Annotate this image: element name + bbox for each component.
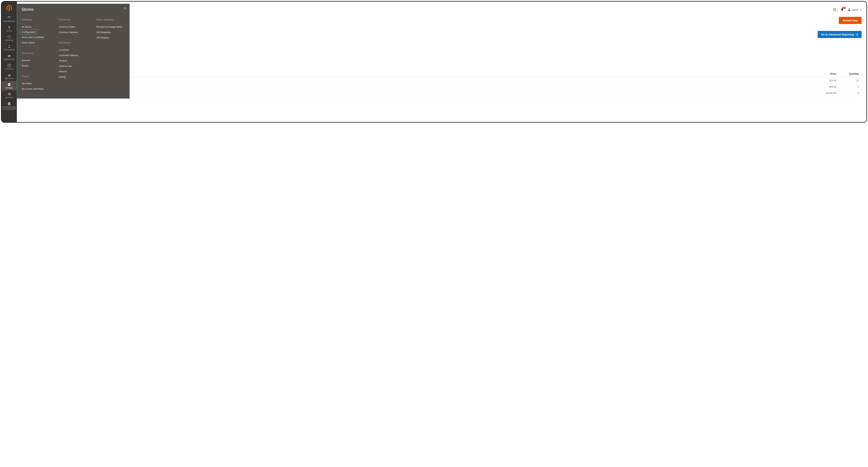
flyout-link-sources[interactable]: Sources [22, 58, 50, 63]
dashboard-icon [7, 16, 11, 20]
nav-label: CONTENT [2, 68, 17, 70]
svg-point-10 [848, 8, 850, 10]
svg-point-8 [833, 8, 836, 10]
nav-label: CUSTOMERS [2, 49, 17, 51]
flyout-link-customer[interactable]: Customer [59, 47, 88, 53]
main-content: 39 admin ▼ Reload Data reports tailored … [17, 2, 866, 122]
svg-rect-6 [9, 74, 9, 77]
table-header-name [22, 70, 811, 78]
nav-dashboard[interactable]: DASHBOARD [2, 14, 17, 24]
user-icon [847, 8, 851, 11]
person-icon [7, 45, 11, 48]
external-link-icon [856, 33, 858, 36]
svg-rect-5 [8, 75, 9, 76]
nav-label: FIND PARTNERS & EXTENSIONS [2, 106, 17, 110]
flyout-link-tax-zones-and-rates[interactable]: Tax Zones and Rates [22, 86, 50, 91]
svg-point-1 [9, 45, 10, 46]
store-icon [7, 83, 11, 87]
close-icon[interactable]: ✕ [123, 6, 126, 11]
flyout-group-title: Taxes [22, 75, 50, 78]
nav-label: MARKETING [2, 59, 17, 60]
topbar: 39 admin ▼ [22, 4, 862, 17]
puzzle-icon [7, 102, 11, 106]
nav-label: DASHBOARD [2, 20, 17, 22]
flyout-link-product[interactable]: Product [59, 58, 88, 63]
search-icon[interactable] [833, 8, 837, 12]
cell-qty: 5 [839, 84, 862, 90]
flyout-title: Stores [22, 7, 125, 12]
nav-stores[interactable]: STORES [2, 81, 17, 90]
flyout-group-title: Other Settings [96, 18, 125, 21]
user-name: admin [852, 8, 859, 11]
flyout-link-all-stores[interactable]: All Stores [22, 24, 50, 30]
cell-price: $2,000.00 [811, 90, 839, 96]
dashboard-tabs: iewed ProductsNew CustomersCustomersYotp… [22, 62, 862, 68]
flyout-link-returns[interactable]: Returns [59, 69, 88, 74]
nav-catalog[interactable]: CATALOG [2, 33, 17, 43]
dollar-icon: $ [7, 25, 11, 29]
gear-icon [7, 92, 11, 96]
advanced-reporting-button[interactable]: Go to Advanced Reporting [818, 31, 862, 38]
cell-qty: 12 [839, 78, 862, 84]
magento-logo[interactable] [6, 5, 13, 12]
table-row[interactable]: $45.005 [22, 84, 862, 90]
flyout-link-currency-rates[interactable]: Currency Rates [59, 24, 88, 30]
user-menu[interactable]: admin ▼ [847, 8, 862, 11]
svg-line-9 [835, 10, 836, 11]
nav-partners[interactable]: FIND PARTNERS & EXTENSIONS [2, 100, 17, 112]
table-row[interactable]: $22.0012 [22, 78, 862, 84]
nav-reports[interactable]: REPORTS [2, 71, 17, 81]
flyout-group-title: Attributes [59, 41, 88, 44]
notifications-bell[interactable]: 39 [840, 8, 844, 12]
nav-customers[interactable]: CUSTOMERS [2, 43, 17, 52]
flyout-link-gift-wrapping[interactable]: Gift Wrapping [96, 30, 125, 35]
flyout-link-gift-registry[interactable]: Gift Registry [96, 35, 125, 40]
stores-flyout: ✕ Stores SettingsAll StoresConfiguration… [17, 4, 130, 99]
nav-label: SYSTEM [2, 97, 17, 99]
chart-icon [7, 73, 11, 77]
nav-sales[interactable]: $ SALES [2, 24, 17, 33]
flyout-link-tax-rules[interactable]: Tax Rules [22, 81, 50, 86]
cell-price: $22.00 [811, 78, 839, 84]
flyout-link-order-status[interactable]: Order Status [22, 40, 50, 45]
flyout-link-configuration[interactable]: Configuration [20, 30, 37, 34]
products-table: Price Quantity $22.0012$45.005$2,000.001 [22, 70, 862, 96]
megaphone-icon [7, 54, 11, 58]
button-label: Go to Advanced Reporting [821, 33, 854, 36]
admin-sidebar: DASHBOARD $ SALES CATALOG CUSTOMERS MARK… [2, 2, 17, 122]
nav-system[interactable]: SYSTEM [2, 90, 17, 100]
cell-qty: 1 [839, 90, 862, 96]
table-header-quantity: Quantity [839, 70, 862, 78]
flyout-link-currency-symbols[interactable]: Currency Symbols [59, 30, 88, 35]
cell-price: $45.00 [811, 84, 839, 90]
nav-label: SALES [2, 30, 17, 32]
nav-content[interactable]: CONTENT [2, 62, 17, 71]
flyout-link-attribute-set[interactable]: Attribute Set [59, 63, 88, 69]
table-header-price: Price [811, 70, 839, 78]
flyout-link-rating[interactable]: Rating [59, 74, 88, 80]
nav-label: CATALOG [2, 39, 17, 41]
svg-text:$: $ [8, 25, 10, 29]
notification-count: 39 [842, 7, 846, 9]
svg-rect-7 [10, 75, 10, 76]
page-icon [7, 64, 11, 67]
chart-enable-note: e the chart, click here. [22, 42, 862, 45]
flyout-link-stocks[interactable]: Stocks [22, 63, 50, 68]
table-row[interactable]: $2,000.001 [22, 90, 862, 96]
flyout-group-title: Settings [22, 18, 50, 21]
flyout-group-title: Currency [59, 18, 88, 21]
nav-marketing[interactable]: MARKETING [2, 52, 17, 62]
chevron-down-icon: ▼ [860, 9, 862, 11]
stats-row: Tax$0.00Shipping$0.00Quantity0 [22, 49, 862, 56]
nav-label: REPORTS [2, 78, 17, 80]
flyout-link-reward-exchange-rates[interactable]: Reward Exchange Rates [96, 24, 125, 30]
nav-label: STORES [2, 87, 17, 89]
reload-data-button[interactable]: Reload Data [839, 17, 862, 24]
flyout-link-customer-address[interactable]: Customer Address [59, 53, 88, 58]
flyout-link-terms-and-conditions[interactable]: Terms and Conditions [22, 34, 50, 40]
flyout-group-title: Inventory [22, 52, 50, 55]
box-icon [7, 35, 11, 39]
